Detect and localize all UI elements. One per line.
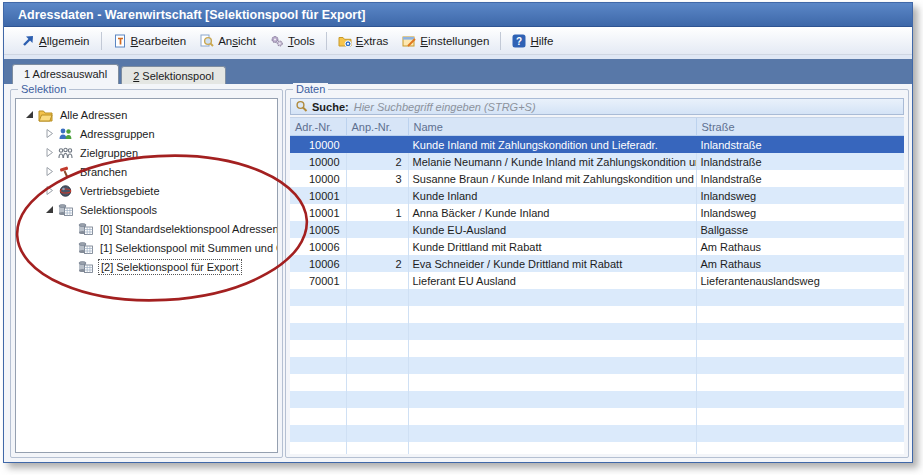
industry-icon bbox=[58, 165, 73, 179]
table-row[interactable]: 10000 Kunde Inland mit Zahlungskondition… bbox=[290, 136, 904, 154]
table-row[interactable]: 70001 Lieferant EU AuslandLieferantenaus… bbox=[290, 272, 904, 289]
application-window: Adressdaten - Warenwirtschaft [Selektion… bbox=[3, 2, 913, 463]
table-row-empty bbox=[290, 306, 904, 323]
expander-collapsed-icon[interactable] bbox=[44, 166, 55, 177]
table-row-empty bbox=[290, 408, 904, 425]
expander-expanded-icon[interactable] bbox=[44, 204, 55, 215]
window-title: Adressdaten - Warenwirtschaft [Selektion… bbox=[18, 8, 366, 22]
search-placeholder: Hier Suchbegriff eingeben (STRG+S) bbox=[354, 101, 536, 113]
tree-item-alle-adressen[interactable]: Alle Adressen bbox=[16, 105, 277, 124]
menu-bar: Allgemein Bearbeiten Ansicht bbox=[4, 27, 912, 55]
edit-document-icon bbox=[113, 34, 127, 48]
expander-collapsed-icon[interactable] bbox=[44, 147, 55, 158]
db-table-icon bbox=[78, 260, 93, 274]
menu-item-allgemein[interactable]: Allgemein bbox=[14, 31, 97, 51]
tree-item-selektionspool-1[interactable]: [1] Selektionspool mit Summen und Grupp bbox=[16, 238, 277, 257]
tab-selektionspool[interactable]: 2 Selektionspool bbox=[121, 66, 226, 85]
expander-collapsed-icon[interactable] bbox=[44, 185, 55, 196]
selection-tree: Alle Adressen Adressgruppen bbox=[15, 98, 278, 453]
menu-item-extras[interactable]: Extras bbox=[331, 31, 396, 51]
tree-item-selektionspool-2[interactable]: [2] Selektionspool für Export bbox=[16, 257, 277, 276]
table-row[interactable]: 10006 Kunde Drittland mit RabattAm Ratha… bbox=[290, 238, 904, 255]
tree-item-adressgruppen[interactable]: Adressgruppen bbox=[16, 124, 277, 143]
table-row-empty bbox=[290, 425, 904, 442]
people-pair-icon bbox=[58, 127, 73, 141]
menu-item-bearbeiten[interactable]: Bearbeiten bbox=[106, 31, 194, 51]
search-icon bbox=[295, 100, 308, 113]
table-row-empty bbox=[290, 374, 904, 391]
column-header-name[interactable]: Name bbox=[408, 118, 696, 136]
db-table-icon bbox=[58, 203, 73, 217]
table-row[interactable]: 10001 Kunde InlandInlandsweg bbox=[290, 187, 904, 204]
help-icon: ? bbox=[512, 34, 526, 48]
table-row-empty bbox=[290, 289, 904, 306]
globe-icon bbox=[58, 184, 73, 198]
expander-expanded-icon[interactable] bbox=[24, 109, 35, 120]
arrow-ne-icon bbox=[21, 34, 35, 48]
folder-icon bbox=[338, 34, 352, 48]
tab-strip: 1 Adressauswahl 2 Selektionspool bbox=[4, 59, 912, 85]
tree-item-vertriebsgebiete[interactable]: Vertriebsgebiete bbox=[16, 181, 277, 200]
magnifier-document-icon bbox=[200, 34, 214, 48]
menu-item-einstellungen[interactable]: Einstellungen bbox=[395, 31, 496, 51]
settings-icon bbox=[402, 34, 416, 48]
column-header-anp-nr[interactable]: Anp.-Nr. bbox=[346, 118, 408, 136]
table-row-empty bbox=[290, 340, 904, 357]
tree-item-branchen[interactable]: Branchen bbox=[16, 162, 277, 181]
table-row-empty bbox=[290, 391, 904, 408]
table-row-empty bbox=[290, 442, 904, 454]
menu-separator bbox=[101, 32, 102, 50]
address-table: Adr.-Nr. Anp.-Nr. Name Straße 10000 Kund… bbox=[290, 117, 904, 454]
table-row-empty bbox=[290, 323, 904, 340]
table-row[interactable]: 100003 Susanne Braun / Kunde Inland mit … bbox=[290, 170, 904, 187]
menu-separator bbox=[500, 32, 501, 50]
tree-item-selektionspool-0[interactable]: [0] Standardselektionspool Adressen bbox=[16, 219, 277, 238]
table-row[interactable]: 100062 Eva Schneider / Kunde Drittland m… bbox=[290, 255, 904, 272]
content-area: Selektion Alle Adressen Ad bbox=[4, 84, 912, 462]
svg-text:?: ? bbox=[516, 35, 522, 46]
menu-item-ansicht[interactable]: Ansicht bbox=[193, 31, 263, 51]
gears-icon bbox=[270, 34, 284, 48]
menu-separator bbox=[326, 32, 327, 50]
expander-collapsed-icon[interactable] bbox=[44, 128, 55, 139]
menu-item-tools[interactable]: Tools bbox=[263, 31, 322, 51]
data-groupbox: Daten Suche: Hier Suchbegriff eingeben (… bbox=[285, 89, 909, 458]
db-table-icon bbox=[78, 222, 93, 236]
table-row-empty bbox=[290, 357, 904, 374]
people-group-icon bbox=[58, 146, 73, 160]
column-header-adr-nr[interactable]: Adr.-Nr. bbox=[290, 118, 346, 136]
search-label: Suche: bbox=[312, 101, 349, 113]
table-row[interactable]: 100011 Anna Bäcker / Kunde InlandInlands… bbox=[290, 204, 904, 221]
table-row[interactable]: 10005 Kunde EU-AuslandBallgasse bbox=[290, 221, 904, 238]
data-group-label: Daten bbox=[293, 83, 328, 95]
search-input[interactable]: Suche: Hier Suchbegriff eingeben (STRG+S… bbox=[290, 98, 904, 115]
title-bar[interactable]: Adressdaten - Warenwirtschaft [Selektion… bbox=[4, 3, 912, 27]
folder-open-icon bbox=[38, 108, 53, 122]
tree-item-selektionspools[interactable]: Selektionspools bbox=[16, 200, 277, 219]
db-table-icon bbox=[78, 241, 93, 255]
menu-item-hilfe[interactable]: ? Hilfe bbox=[505, 31, 560, 51]
selection-group-label: Selektion bbox=[18, 83, 69, 95]
tree-item-zielgruppen[interactable]: Zielgruppen bbox=[16, 143, 277, 162]
table-header-row: Adr.-Nr. Anp.-Nr. Name Straße bbox=[290, 118, 904, 136]
selection-groupbox: Selektion Alle Adressen Ad bbox=[10, 89, 283, 458]
column-header-strasse[interactable]: Straße bbox=[696, 118, 904, 136]
table-row[interactable]: 100002 Melanie Neumann / Kunde Inland mi… bbox=[290, 153, 904, 170]
tab-adressauswahl[interactable]: 1 Adressauswahl bbox=[12, 64, 119, 85]
